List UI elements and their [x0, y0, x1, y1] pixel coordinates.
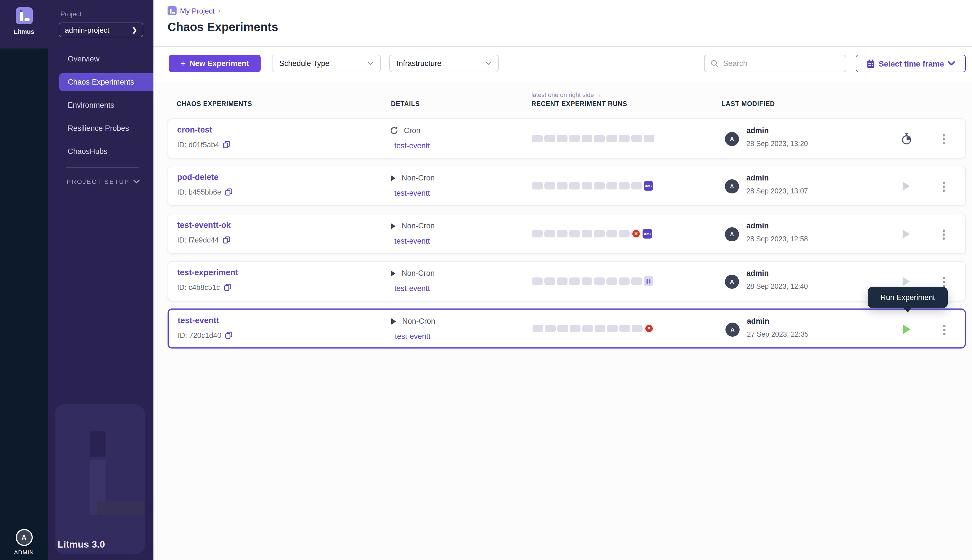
- experiment-name-link[interactable]: pod-delete: [177, 173, 218, 182]
- infrastructure-link[interactable]: test-eventt: [394, 189, 430, 197]
- infrastructure-dropdown[interactable]: Infrastructure: [389, 55, 499, 72]
- run-status-failed[interactable]: ✕: [631, 229, 641, 238]
- run-placeholder-pill: [557, 277, 567, 285]
- chevron-down-icon: [485, 62, 491, 65]
- recent-runs: [532, 262, 653, 301]
- admin-label: ADMIN: [14, 549, 34, 555]
- run-status-paused[interactable]: [644, 276, 653, 286]
- chevron-down-icon: [133, 179, 140, 184]
- search-input[interactable]: [723, 59, 840, 68]
- row-menu-button[interactable]: [942, 133, 946, 145]
- schedule-type: Non-Cron: [390, 222, 435, 230]
- sidebar-item-overview[interactable]: Overview: [48, 47, 153, 70]
- project-selector[interactable]: admin-project ❯: [59, 23, 143, 37]
- experiment-row[interactable]: pod-delete ID: b455bb6e Non-Cron test-ev…: [168, 166, 966, 206]
- experiment-name-link[interactable]: cron-test: [177, 125, 212, 134]
- run-placeholder-pill: [582, 135, 592, 142]
- run-placeholder-pill: [545, 325, 556, 332]
- copy-icon[interactable]: [225, 332, 233, 339]
- sidebar-nav: Overview Chaos Experiments Environments …: [48, 47, 153, 163]
- sidebar-item-chaos-experiments[interactable]: Chaos Experiments: [59, 73, 153, 91]
- select-time-frame-button[interactable]: Select time frame: [856, 55, 966, 72]
- admin-avatar[interactable]: A: [15, 529, 32, 546]
- run-placeholder-pill: [569, 277, 580, 285]
- run-placeholder-pill: [582, 277, 592, 285]
- runs-order-note: latest one on right side →: [532, 92, 602, 98]
- avatar: A: [725, 275, 739, 289]
- infrastructure-label: Infrastructure: [397, 59, 485, 68]
- row-menu-button[interactable]: [942, 228, 946, 240]
- project-name: admin-project: [65, 26, 132, 34]
- run-placeholder-pill: [619, 182, 630, 190]
- experiment-id: ID: c4b8c51c: [177, 283, 231, 292]
- copy-icon[interactable]: [223, 236, 230, 243]
- breadcrumb-my-project[interactable]: My Project: [180, 7, 215, 15]
- run-placeholder-pill: [570, 325, 580, 332]
- row-menu-button[interactable]: [942, 276, 946, 288]
- main-content: My Project › Chaos Experiments + New Exp…: [153, 0, 972, 560]
- new-experiment-button[interactable]: + New Experiment: [169, 55, 261, 72]
- project-setup-label: PROJECT SETUP: [67, 178, 130, 185]
- last-modified-author: admin: [746, 222, 769, 230]
- copy-icon[interactable]: [224, 284, 231, 291]
- run-placeholder-pill: [619, 277, 630, 285]
- experiment-name-link[interactable]: test-eventt: [178, 316, 219, 325]
- run-status-running[interactable]: [642, 229, 652, 238]
- sidebar-item-resilience-probes[interactable]: Resilience Probes: [48, 117, 153, 140]
- copy-icon[interactable]: [225, 188, 232, 196]
- experiment-row[interactable]: cron-test ID: d01f5ab4 Cron test-eventt …: [168, 118, 966, 158]
- run-placeholder-pill: [569, 230, 580, 238]
- infrastructure-link[interactable]: test-eventt: [394, 142, 430, 150]
- run-placeholder-pill: [607, 277, 617, 285]
- last-modified-date: 28 Sep 2023, 13:07: [746, 187, 808, 195]
- search-icon: [710, 59, 719, 68]
- last-modified-date: 28 Sep 2023, 12:40: [746, 283, 808, 290]
- run-experiment-icon[interactable]: [903, 230, 910, 238]
- experiment-name-link[interactable]: test-experiment: [177, 268, 238, 277]
- row-menu-button[interactable]: [942, 180, 946, 193]
- sidebar-item-environments[interactable]: Environments: [48, 93, 153, 117]
- last-modified-date: 28 Sep 2023, 12:58: [746, 235, 808, 243]
- page-title: Chaos Experiments: [168, 20, 278, 34]
- experiment-id: ID: 720c1d40: [178, 331, 233, 340]
- row-menu-button[interactable]: [942, 324, 946, 336]
- sidebar-item-chaoshubs[interactable]: ChaosHubs: [48, 140, 153, 163]
- run-experiment-icon[interactable]: [903, 325, 910, 334]
- last-modified-author: admin: [746, 174, 769, 182]
- experiment-row[interactable]: test-experiment ID: c4b8c51c Non-Cron te…: [168, 261, 966, 301]
- run-experiment-icon[interactable]: [903, 182, 910, 191]
- run-placeholder-pill: [582, 325, 593, 332]
- avatar: A: [725, 227, 739, 242]
- app-root: Litmus A ADMIN Project admin-project ❯ O…: [0, 0, 972, 560]
- schedule-type-dropdown[interactable]: Schedule Type: [272, 55, 381, 72]
- copy-icon[interactable]: [223, 141, 230, 148]
- project-setup-toggle[interactable]: PROJECT SETUP: [67, 178, 140, 185]
- run-placeholder-pill: [532, 182, 543, 190]
- non-cron-icon: [390, 175, 396, 181]
- cron-timer-icon[interactable]: [900, 133, 913, 147]
- run-placeholder-pill: [544, 135, 555, 142]
- experiment-row-selected[interactable]: test-eventt ID: 720c1d40 Non-Cron test-e…: [168, 308, 966, 348]
- experiment-name-link[interactable]: test-eventt-ok: [177, 220, 231, 230]
- avatar: A: [725, 132, 739, 146]
- run-experiment-icon[interactable]: [903, 277, 910, 286]
- brand-block: Litmus: [0, 0, 48, 48]
- experiment-row[interactable]: test-eventt-ok ID: f7e9dc44 Non-Cron tes…: [168, 214, 966, 254]
- infrastructure-link[interactable]: test-eventt: [394, 284, 430, 293]
- project-label: Project: [60, 10, 82, 18]
- app-rail: Litmus A ADMIN: [0, 0, 48, 560]
- chevron-down-icon: [367, 62, 373, 65]
- experiment-id: ID: f7e9dc44: [177, 236, 230, 244]
- run-placeholder-pill: [644, 135, 654, 142]
- infrastructure-link[interactable]: test-eventt: [394, 237, 430, 245]
- search-box: [704, 55, 846, 72]
- run-status-failed[interactable]: ✕: [644, 324, 654, 333]
- run-placeholder-pill: [544, 182, 555, 190]
- recent-runs: [532, 119, 654, 158]
- run-status-running[interactable]: [644, 181, 653, 191]
- infrastructure-link[interactable]: test-eventt: [395, 332, 430, 341]
- new-experiment-label: New Experiment: [190, 59, 249, 68]
- run-placeholder-pill: [544, 230, 555, 238]
- project-logo-icon: [168, 6, 177, 15]
- run-placeholder-pill: [632, 325, 642, 332]
